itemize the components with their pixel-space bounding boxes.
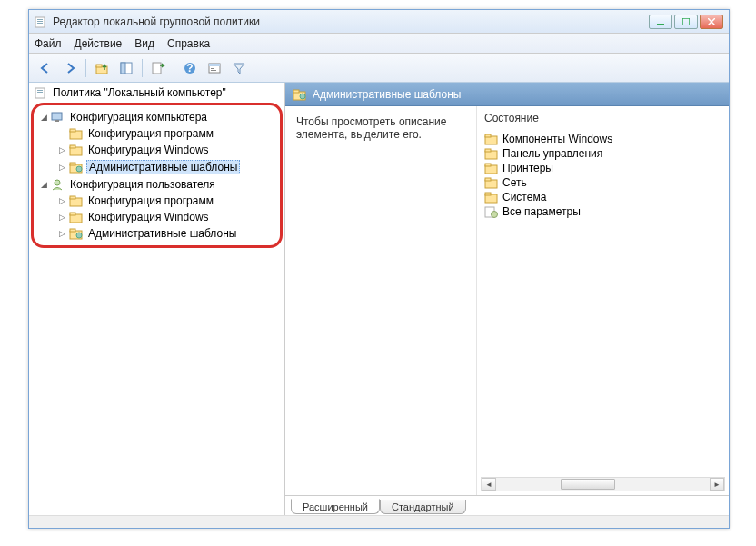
svg-point-38 [76, 233, 82, 238]
tree-comp-windows[interactable]: ▷ Конфигурация Windows [35, 142, 278, 158]
user-icon [51, 178, 65, 191]
forward-button[interactable] [59, 57, 81, 79]
expand-icon[interactable]: ▷ [57, 213, 66, 222]
scroll-track[interactable] [496, 478, 710, 491]
list-item[interactable]: Принтеры [484, 161, 721, 175]
svg-rect-5 [682, 18, 690, 25]
tree-user-programs[interactable]: ▷ Конфигурация программ [35, 193, 278, 209]
titlebar: Редактор локальной групповой политики [29, 10, 729, 34]
expand-icon[interactable]: ▷ [57, 163, 66, 172]
back-button[interactable] [35, 57, 56, 79]
show-hide-tree-button[interactable] [115, 57, 137, 79]
folder-icon [484, 147, 499, 160]
list-item[interactable]: Сеть [484, 175, 721, 190]
svg-rect-1 [37, 19, 43, 20]
node-label: Конфигурация программ [86, 127, 215, 140]
svg-rect-17 [211, 68, 214, 69]
item-label: Панель управления [502, 147, 602, 160]
admin-templates-icon [293, 88, 307, 101]
svg-rect-45 [485, 149, 491, 152]
right-body: Чтобы просмотреть описание элемента, выд… [285, 106, 729, 495]
window-title: Редактор локальной групповой политики [53, 15, 649, 28]
right-header: Административные шаблоны [285, 83, 729, 106]
collapse-icon[interactable]: ◢ [39, 180, 48, 189]
folder-icon [69, 144, 84, 156]
tree-user-windows[interactable]: ▷ Конфигурация Windows [35, 209, 278, 225]
svg-rect-27 [70, 145, 75, 148]
folder-icon [69, 127, 84, 140]
list-item[interactable]: Система [484, 190, 721, 204]
scroll-thumb[interactable] [561, 479, 615, 490]
filter-button[interactable] [228, 57, 250, 79]
status-bar [29, 515, 729, 528]
svg-rect-22 [52, 113, 62, 120]
help-button[interactable]: ? [179, 57, 201, 79]
node-label: Конфигурация программ [86, 194, 215, 207]
expand-icon[interactable]: ▷ [57, 196, 66, 205]
minimize-button[interactable] [649, 15, 672, 29]
expand-icon[interactable]: ▷ [57, 145, 66, 154]
tree-root[interactable]: Политика "Локальный компьютер" [31, 84, 283, 101]
computer-icon [51, 111, 65, 124]
svg-rect-49 [485, 178, 491, 181]
expand-icon[interactable]: ▷ [57, 229, 66, 238]
tab-extended[interactable]: Расширенный [291, 499, 380, 514]
horizontal-scrollbar[interactable]: ◄ ► [481, 477, 725, 491]
description-column: Чтобы просмотреть описание элемента, выд… [285, 106, 476, 495]
node-label: Конфигурация компьютера [68, 111, 209, 124]
tree-user-config[interactable]: ◢ Конфигурация пользователя [35, 176, 278, 193]
tree-user-admin-templates[interactable]: ▷ Административные шаблоны [35, 225, 278, 242]
list-item[interactable]: Все параметры [484, 204, 721, 219]
list-item[interactable]: Панель управления [484, 146, 721, 161]
tree-comp-programs[interactable]: Конфигурация программ [35, 125, 278, 142]
svg-rect-43 [485, 134, 491, 137]
scroll-right-button[interactable]: ► [710, 478, 724, 491]
right-header-title: Административные шаблоны [313, 88, 461, 101]
svg-rect-16 [209, 64, 220, 66]
admin-templates-icon [69, 161, 84, 174]
svg-rect-25 [70, 129, 75, 132]
item-label: Сеть [502, 176, 527, 189]
item-label: Система [502, 191, 546, 204]
toolbar: ? [29, 54, 729, 83]
column-header-state[interactable]: Состояние [484, 112, 721, 124]
svg-rect-40 [293, 90, 299, 93]
svg-rect-29 [70, 163, 75, 165]
collapse-icon[interactable]: ◢ [39, 113, 48, 122]
svg-rect-20 [37, 90, 43, 91]
node-label: Конфигурация Windows [86, 144, 211, 156]
item-label: Все параметры [502, 205, 581, 218]
svg-rect-12 [153, 63, 161, 74]
menu-file[interactable]: Файл [35, 37, 62, 50]
properties-button[interactable] [204, 57, 225, 79]
right-panel: Административные шаблоны Чтобы просмотре… [285, 83, 729, 515]
close-button[interactable] [700, 15, 723, 29]
svg-rect-33 [70, 196, 75, 199]
maximize-button[interactable] [674, 15, 698, 29]
svg-rect-51 [485, 193, 491, 195]
list-item[interactable]: Компоненты Windows [484, 132, 721, 146]
menu-help[interactable]: Справка [167, 37, 210, 50]
tab-standard[interactable]: Стандартный [380, 500, 466, 514]
menu-action[interactable]: Действие [75, 37, 123, 50]
node-label: Конфигурация пользователя [68, 178, 217, 191]
folder-icon [69, 211, 84, 223]
folder-icon [69, 194, 84, 207]
tree-comp-admin-templates[interactable]: ▷ Административные шаблоны [35, 158, 278, 176]
scroll-left-button[interactable]: ◄ [482, 478, 496, 491]
window-controls [649, 15, 723, 29]
svg-rect-19 [35, 88, 45, 98]
node-label: Административные шаблоны [86, 160, 240, 174]
toolbar-separator [142, 59, 143, 77]
svg-rect-35 [70, 213, 75, 215]
export-button[interactable] [147, 57, 169, 79]
app-icon [35, 15, 47, 28]
item-label: Принтеры [502, 162, 553, 174]
menu-view[interactable]: Вид [134, 37, 154, 50]
tree-computer-config[interactable]: ◢ Конфигурация компьютера [35, 109, 278, 125]
svg-rect-23 [55, 120, 59, 122]
content-area: Политика "Локальный компьютер" ◢ Конфигу… [29, 83, 729, 515]
up-button[interactable] [91, 57, 113, 79]
svg-rect-18 [211, 70, 216, 71]
svg-point-31 [55, 180, 60, 185]
